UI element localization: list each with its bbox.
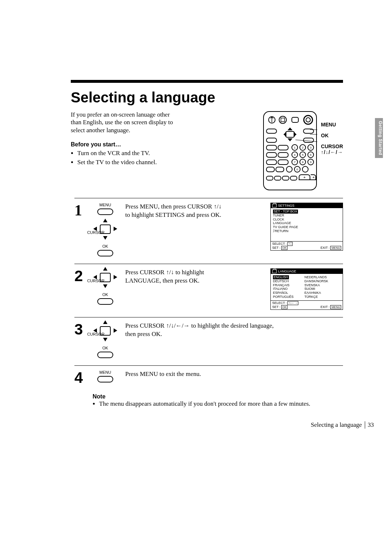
bys-item: Set the TV to the video channel.: [77, 159, 180, 166]
osd-footer-exit: EXIT: [320, 246, 328, 250]
cursor-dpad-icon: [93, 322, 118, 340]
osd-lang-item: SVENSKA: [305, 283, 328, 287]
menu-button-label: MENU: [99, 370, 111, 374]
osd-lang-item: ΕΛΛΗΝΙΚΑ: [305, 291, 328, 295]
osd-lang-item: ESPAÑOL: [273, 291, 294, 295]
step-3-text: Press CURSOR ↑/↓/←/→ to highlight the de…: [125, 322, 281, 339]
osd-lang-highlighted: ENGLISH: [273, 275, 289, 279]
osd-footer-set: SET: [272, 305, 278, 309]
note-heading: Note: [93, 393, 343, 400]
osd-footer-menu: MENU: [330, 246, 341, 250]
remote-label-arrows: ↑/↓/←/→: [321, 149, 343, 155]
osd-language-screen: LANGUAGE ENGLISH DEUTSCH FRANÇAIS ITALIA…: [270, 268, 343, 310]
osd-lang-item: DANSK/NORSK: [305, 279, 328, 283]
bys-item: Turn on the VCR and the TV.: [77, 150, 180, 157]
before-you-start-list: Turn on the VCR and the TV. Set the TV t…: [71, 150, 180, 166]
osd-item: TUNER: [273, 214, 340, 218]
osd-lang-item: FRANÇAIS: [273, 283, 294, 287]
osd-item: LANGUAGE: [273, 221, 340, 225]
svg-text:0: 0: [297, 168, 298, 171]
remote-label-menu: MENU: [321, 122, 343, 127]
footer-title: Selecting a language: [311, 421, 362, 429]
osd-item: CLOCK: [273, 218, 340, 222]
osd-lang-item: ITALIANO: [273, 287, 294, 291]
ok-button-icon: [97, 250, 113, 256]
ok-button-label: OK: [102, 346, 108, 350]
osd-item: TV GUIDE PAGE: [273, 225, 340, 229]
osd-footer-set: SET: [272, 246, 278, 250]
ok-button-label: OK: [102, 292, 108, 297]
osd-item-highlighted: SET - TOP BOX: [273, 210, 298, 214]
step-number-1: 1: [74, 203, 85, 218]
cursor-dpad-icon: [93, 220, 118, 238]
intro-paragraph: If you prefer an on-screen lanuage other…: [71, 111, 180, 134]
osd-footer-select: SELECT: [272, 301, 285, 305]
page-number: 33: [365, 421, 374, 429]
osd-language-title: LANGUAGE: [278, 270, 296, 273]
svg-text:5: 5: [302, 153, 304, 157]
osd-lang-item: DEUTSCH: [273, 279, 294, 283]
osd-settings-screen: SETTINGS SET - TOP BOX TUNER CLOCK LANGU…: [270, 203, 343, 251]
cursor-dpad-icon: [93, 268, 118, 287]
step-number-3: 3: [74, 322, 85, 337]
svg-text:2: 2: [302, 146, 304, 149]
step-number-4: 4: [74, 370, 85, 385]
step-number-2: 2: [74, 268, 85, 284]
ok-button-icon: [97, 298, 113, 305]
step-4-text: Press MENU to exit the menu.: [125, 370, 281, 378]
svg-text:+: +: [303, 175, 306, 179]
ok-button-icon: [97, 352, 113, 358]
svg-text:6: 6: [310, 153, 312, 157]
osd-lang-item: SUOMI: [305, 287, 328, 291]
osd-lang-item: TÜRKÇE: [305, 295, 328, 299]
menu-button-icon: [97, 208, 113, 215]
remote-illustration: 1 2 3 4 5 6 7 8 9 0 + +: [263, 111, 317, 191]
section-tab-getting-started: Getting Started: [375, 118, 383, 158]
remote-label-cursor: CURSOR: [321, 143, 343, 149]
svg-text:7: 7: [294, 161, 296, 164]
menu-button-label: MENU: [99, 203, 111, 207]
osd-lang-item: PORTUGUÊS: [273, 295, 294, 299]
svg-text:1: 1: [294, 146, 296, 149]
before-you-start-heading: Before you start…: [71, 141, 180, 148]
osd-footer-menu: MENU: [330, 305, 341, 309]
step-1-text: Press MENU, then press CURSOR ↑/↓ to hig…: [125, 203, 227, 219]
osd-footer-ok: OK: [281, 246, 288, 250]
menu-button-icon: [97, 376, 113, 382]
osd-item: ⤴RETURN: [273, 229, 340, 233]
svg-text:9: 9: [310, 161, 312, 164]
svg-text:3: 3: [310, 146, 312, 149]
ok-button-label: OK: [102, 244, 108, 248]
osd-footer-ok: OK: [281, 305, 288, 309]
svg-text:8: 8: [302, 161, 304, 164]
svg-text:4: 4: [294, 153, 296, 157]
osd-footer-select: SELECT: [272, 242, 285, 246]
osd-lang-item: NEDERLANDS: [305, 275, 328, 279]
remote-label-ok: OK: [321, 133, 343, 138]
svg-text:+: +: [313, 175, 315, 179]
osd-settings-title: SETTINGS: [278, 204, 294, 207]
note-item: The menu disappears automatically if you…: [99, 400, 343, 408]
step-2-text: Press CURSOR ↑/↓ to highlight LANGUAGE, …: [125, 268, 227, 285]
page-title: Selecting a language: [71, 89, 343, 106]
osd-footer-exit: EXIT: [320, 305, 328, 309]
top-rule: [71, 80, 343, 83]
